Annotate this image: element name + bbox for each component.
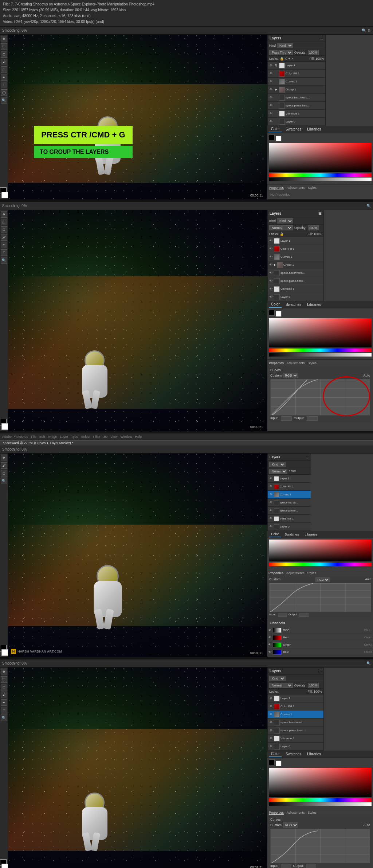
eye-icon-sp[interactable]: 👁 [269,104,273,108]
brush-tool-2[interactable]: 🖌 [1,234,7,241]
styles-tab-4[interactable]: Styles [308,811,317,815]
l4-space[interactable]: 👁 space.harshvardh... [268,719,323,727]
eye-3-c1[interactable]: 👁 [269,493,273,497]
curves-input-2[interactable] [281,416,292,421]
l4-spaceplane[interactable]: 👁 space.plane.harsh... [268,727,323,735]
eye-icon-g1[interactable]: 👁 [269,87,273,92]
fg-swatch-4[interactable] [269,759,275,765]
blend-mode-1[interactable]: Pass Through [269,50,293,55]
eye-2-l0[interactable]: 👁 [269,295,273,299]
black-bar-1[interactable] [269,178,372,181]
black-4[interactable] [269,802,372,806]
channel-sel-4[interactable]: RGB [283,822,298,828]
menu-window-3[interactable]: Window [121,435,132,439]
pen-tool[interactable]: ✒ [1,74,7,81]
crop-tool-4[interactable]: ⊡ [1,684,7,690]
color-tab-4[interactable]: Color [269,751,282,757]
styles-tab-3[interactable]: Styles [307,571,317,575]
l3-layer1[interactable]: 👁 Layer 1 [268,475,311,483]
eye-3-l0[interactable]: 👁 [269,525,273,529]
eye-3-sp[interactable]: 👁 [269,501,273,505]
l4-cf1[interactable]: 👁 Color Fill 1 [268,702,323,711]
menu-help-3[interactable]: Help [135,435,142,439]
l3-layer0[interactable]: 👁 Layer 0 [268,523,311,531]
menu-edit-3[interactable]: Edit [39,435,45,439]
channel-select-2[interactable]: RGB [283,373,298,378]
eye-2-g1[interactable]: 👁 [269,263,273,267]
auto-3[interactable]: Auto [365,577,371,582]
eraser-tool-3[interactable]: ◻ [1,470,7,476]
layers-menu-4[interactable]: ☰ [318,669,322,673]
adj-tab-4[interactable]: Adjustments [287,811,305,815]
adjustments-tab-2[interactable]: Adjustments [287,361,305,365]
kind-dropdown-1[interactable]: Kind [277,43,293,48]
libs-tab-2[interactable]: Libraries [305,302,323,307]
auto-4[interactable]: Auto [363,823,370,827]
channel-blue-3[interactable]: 👁 Blue Ctrl+3 [268,649,372,656]
swatches-tab-1[interactable]: Swatches [284,126,303,132]
layer2-cf1[interactable]: 👁 Color Fill 1 [268,245,323,253]
pen-tool-2[interactable]: ✒ [1,242,7,248]
curves-in-3[interactable] [278,613,287,617]
layer2-space[interactable]: 👁 space.harshvardh... [268,269,323,277]
select-tool[interactable]: ⬚ [1,43,7,50]
move-tool-3[interactable]: ✥ [1,455,7,461]
layer-item-vibrance[interactable]: 👁 Vibrance 1 [268,110,325,118]
eraser-tool[interactable]: ◻ [1,66,7,73]
eye-icon-v[interactable]: 👁 [269,112,273,116]
layer-item-colorfill1[interactable]: 👁 Color Fill 1 [268,70,325,78]
eye-icon-l0[interactable]: 👁 [269,120,273,124]
eye-icon-cf1[interactable]: 👁 [269,71,273,76]
move-tool[interactable]: ✥ [1,36,7,42]
search-icon-4[interactable]: 🔍 [366,661,371,665]
shape-tool[interactable]: ◯ [1,89,7,96]
background-color[interactable] [1,192,8,198]
brush-tool-3[interactable]: 🖌 [1,462,7,469]
eye-4-v[interactable]: 👁 [269,736,273,741]
eye-ch-blue[interactable]: 👁 [268,650,271,654]
eye-2-sp[interactable]: 👁 [269,271,273,275]
eye-3-cf1[interactable]: 👁 [269,484,273,489]
swatches-tab-4[interactable]: Swatches [284,751,303,757]
text-tool[interactable]: T [1,82,7,88]
fg-color-swatch[interactable] [269,135,275,140]
color-grad-4[interactable] [269,768,372,797]
bg-2[interactable] [276,311,282,317]
select-tool-2[interactable]: ⬚ [1,219,7,225]
eye-2-spp[interactable]: 👁 [269,279,273,283]
channel-rgb-3[interactable]: 👁 RGB Ctrl+~ [268,627,372,634]
color-grad-2[interactable] [269,318,372,347]
doc-tab-3[interactable]: spaceward @ 27.5% (Curves 1, Layer Mask/… [0,440,373,445]
move-tool-4[interactable]: ✥ [1,669,7,675]
opacity-input-2[interactable] [308,225,319,230]
kind-dropdown-3[interactable]: Kind [269,462,286,467]
crop-tool[interactable]: ⊡ [1,51,7,58]
eye-4-sp[interactable]: 👁 [269,720,273,725]
zoom-tool-2[interactable]: 🔍 [1,257,7,264]
eye-4-l1[interactable]: 👁 [269,696,273,701]
l3-cf1[interactable]: 👁 Color Fill 1 [268,483,311,491]
opacity-input-1[interactable] [308,50,319,55]
bg-tool-3[interactable] [1,649,8,656]
bg-swatch-4[interactable] [276,760,282,766]
eye-2-cf1[interactable]: 👁 [269,247,273,251]
channel-red-3[interactable]: 👁 Red Ctrl+1 [268,634,372,641]
curves-output-2[interactable] [307,416,318,421]
adjustments-tab[interactable]: Adjustments [287,186,305,190]
l3-curves1[interactable]: 👁 Curves 1 [268,491,311,499]
text-tool-2[interactable]: T [1,249,7,256]
layer2-curves1[interactable]: 👁 Curves 1 [268,253,323,261]
menu-file-3[interactable]: File [31,435,37,439]
background-color-2[interactable] [1,423,8,430]
bg-4[interactable] [1,864,8,868]
curves-out-3[interactable] [299,613,309,617]
color-tab-3[interactable]: Color [269,532,281,537]
zoom-tool[interactable]: 🔍 [1,97,7,104]
layer2-layer0[interactable]: 👁 Layer 0 [268,293,323,301]
brush-tool[interactable]: 🖌 [1,59,7,65]
text-tool-4[interactable]: T [1,707,7,713]
menu-image-3[interactable]: Image [48,435,57,439]
eye-4-l0[interactable]: 👁 [269,744,273,749]
l4-vibrance[interactable]: 👁 Vibrance 1 [268,735,323,743]
black-2[interactable] [269,353,372,357]
